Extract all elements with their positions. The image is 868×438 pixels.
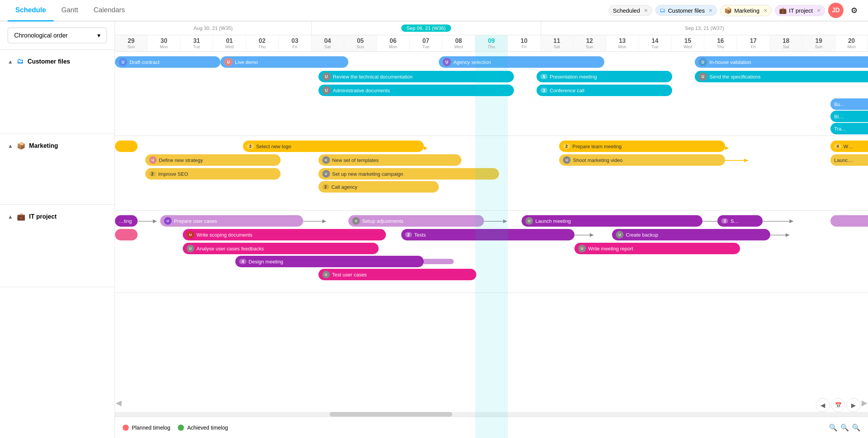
task-partial-yellow-left[interactable]	[115, 141, 138, 152]
task-write-scoping[interactable]: U Write scoping documents	[183, 229, 386, 240]
chip-scheduled[interactable]: Scheduled ✕	[609, 5, 652, 16]
task-partial-pink-left[interactable]	[115, 229, 138, 240]
task-prepare-team[interactable]: 2 Prepare team meeting	[559, 141, 725, 152]
avatar-backup: U	[616, 231, 624, 239]
task-test-user-cases[interactable]: U Test user cases	[318, 269, 477, 280]
task-partial-meeting-left[interactable]: …ting	[115, 215, 138, 227]
avatar-video: U	[563, 156, 571, 164]
search-icon[interactable]: 🔍	[852, 423, 860, 432]
task-analyse-feedbacks[interactable]: U Analyse user cases feedbacks	[183, 243, 379, 254]
tab-schedule[interactable]: Schedule	[8, 0, 54, 21]
tab-gantt[interactable]: Gantt	[54, 0, 86, 21]
task-setup-adjustments[interactable]: U Setup adjustments	[348, 215, 484, 227]
customer-icon: 🗂	[660, 7, 666, 14]
project-group-customer: ▲ 🗂 Customer files	[0, 50, 115, 134]
h-scrollbar-track[interactable]	[115, 412, 868, 417]
avatar-admin: U	[322, 86, 331, 95]
task-select-logo[interactable]: 3 Select new logo	[243, 141, 424, 152]
avatar-scoping: U	[187, 231, 194, 239]
legend-achieved: Achieved timelog	[178, 425, 228, 431]
project-label-customer[interactable]: ▲ 🗂 Customer files	[0, 50, 115, 72]
task-live-demo[interactable]: U Live demo	[220, 56, 348, 68]
week35-header: Aug 30, 21 (W35)	[115, 21, 312, 35]
day-14: 14Tue	[639, 35, 671, 51]
cal-nav-left-btn[interactable]: ◀	[116, 398, 121, 407]
customer-project-label: Customer files	[28, 58, 70, 65]
task-draft-contract[interactable]: U Draft contract	[115, 56, 220, 68]
avatar-inhouse: U	[699, 58, 707, 66]
user-avatar[interactable]: JD	[828, 3, 843, 18]
section-it: …ting U Prepare user cases	[115, 211, 868, 293]
task-setup-campaign[interactable]: U Set up new marketing campaign	[318, 168, 499, 180]
nav-prev-button[interactable]: ◀	[816, 398, 830, 412]
cal-nav-right-btn[interactable]: ▶	[861, 398, 867, 407]
task-new-templates[interactable]: U New set of templates	[318, 154, 461, 166]
project-label-marketing[interactable]: ▲ 📦 Marketing	[0, 134, 115, 156]
task-prepare-user-cases[interactable]: U Prepare user cases	[160, 215, 303, 227]
svg-marker-15	[590, 233, 594, 237]
arrow-shoot	[725, 160, 748, 161]
task-admin-docs[interactable]: U Administrative documents	[318, 85, 514, 96]
zoom-in-icon[interactable]: 🔍	[840, 423, 849, 432]
chip-marketing[interactable]: 📦 Marketing ✕	[720, 5, 772, 16]
h-scrollbar-thumb[interactable]	[330, 412, 452, 417]
avatar-draft: U	[119, 58, 127, 66]
task-presentation[interactable]: 5 Presentation meeting	[537, 71, 672, 82]
task-send-specs[interactable]: U Send the specifications	[695, 71, 868, 82]
arrow-it-1	[138, 221, 157, 222]
task-partial-2[interactable]: Bl…	[830, 111, 868, 122]
task-agency-selection[interactable]: U Agency selection	[439, 56, 604, 68]
day-19: 19Sun	[802, 35, 835, 51]
chip-it-project[interactable]: 💼 IT project ✕	[775, 5, 825, 16]
project-label-it[interactable]: ▲ 💼 IT project	[0, 205, 115, 227]
task-launch-meeting[interactable]: U Launch meeting	[522, 215, 702, 227]
section-customer: U Draft contract U Live demo U Agency se…	[115, 52, 868, 136]
svg-marker-1	[725, 146, 729, 150]
chip-customer-files[interactable]: 🗂 Customer files ✕	[655, 5, 717, 16]
task-conference[interactable]: 3 Conference call	[537, 85, 672, 96]
task-shoot-video[interactable]: U Shoot marketing video	[559, 154, 725, 166]
avatar-specs: U	[699, 72, 707, 81]
chip-customer-close[interactable]: ✕	[709, 8, 713, 13]
task-partial-3[interactable]: Tra…	[830, 123, 868, 134]
nav-next-button[interactable]: ▶	[847, 398, 860, 412]
avatar-user-cases: U	[164, 217, 172, 225]
legend-planned-label: Planned timelog	[132, 425, 170, 431]
project-group-it: ▲ 💼 IT project	[0, 205, 115, 287]
svg-marker-7	[322, 219, 326, 223]
task-design-meeting[interactable]: 4 Design meeting	[235, 256, 423, 267]
sidebar: Chronological order ▾ ▲ 🗂 Customer files…	[0, 21, 115, 438]
task-review-tech[interactable]: U Review the technical documentation	[318, 71, 514, 82]
task-launch-partial[interactable]: Launc…	[830, 154, 868, 166]
chip-marketing-close[interactable]: ✕	[763, 8, 768, 13]
avatar-agency: U	[443, 58, 451, 66]
chip-it-close[interactable]: ✕	[817, 8, 821, 13]
task-write-meeting-report[interactable]: U Write meeting report	[574, 243, 740, 254]
svg-marker-9	[503, 219, 507, 223]
task-tests[interactable]: 2 Tests	[401, 229, 574, 240]
sort-dropdown[interactable]: Chronological order ▾	[8, 28, 107, 43]
marketing-project-icon: 📦	[17, 142, 25, 150]
days-row: 29Sun 30Mon 31Tue 01Wed 02Thu 03Fri 04Sa…	[115, 35, 868, 52]
settings-button[interactable]: ⚙	[847, 3, 862, 18]
task-create-backup[interactable]: U Create backup	[612, 229, 770, 240]
task-s-badge[interactable]: 3S…	[717, 215, 763, 227]
tab-calendars[interactable]: Calendars	[86, 0, 133, 21]
task-inhouse-validation[interactable]: U In-house validation	[695, 56, 868, 68]
nav-calendar-button[interactable]: 📅	[831, 398, 845, 412]
task-call-agency[interactable]: 2 Call agency	[318, 181, 439, 193]
avatar-analyse: U	[187, 245, 194, 252]
task-it-partial-right[interactable]	[830, 215, 868, 227]
zoom-out-icon[interactable]: 🔍	[829, 423, 837, 432]
chip-scheduled-close[interactable]: ✕	[644, 8, 648, 13]
svg-marker-13	[789, 219, 793, 223]
task-partial-yellow-right[interactable]: 4 W…	[830, 141, 868, 152]
week36-header: Sep 06, 21 (W36)	[312, 21, 541, 35]
task-define-strategy[interactable]: U Define new strategy	[145, 154, 281, 166]
task-partial-1[interactable]: Bu…	[830, 98, 868, 110]
avatar-strategy: U	[149, 156, 157, 164]
task-design-tail	[424, 259, 454, 264]
day-08: 08Wed	[442, 35, 475, 51]
marketing-project-label: Marketing	[29, 142, 58, 149]
task-improve-seo[interactable]: 2 Improve SEO	[145, 168, 281, 180]
